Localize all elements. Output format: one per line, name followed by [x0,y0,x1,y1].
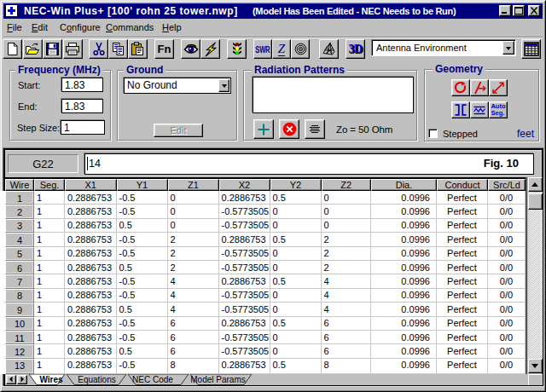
svg-text:Model Params: Model Params [190,375,245,384]
svg-text:Equations: Equations [78,375,115,384]
svg-text:NEC Code: NEC Code [132,375,173,384]
svg-text:Wires: Wires [39,375,63,384]
